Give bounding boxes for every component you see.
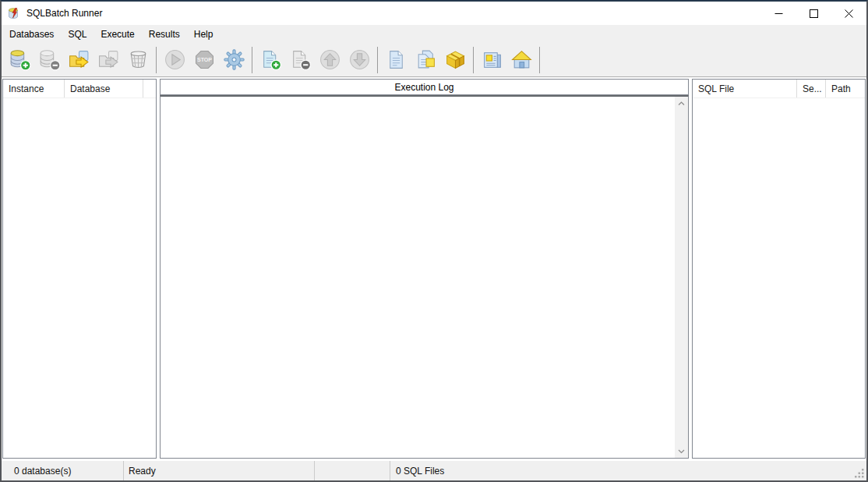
stop-button[interactable]: STOP: [189, 45, 219, 75]
view-sql-file-icon: [385, 48, 408, 71]
column-header-filler: [143, 80, 156, 97]
column-header-sql-file[interactable]: SQL File: [693, 80, 797, 97]
databases-header-row: Instance Database: [3, 80, 156, 98]
move-up-button[interactable]: [315, 45, 344, 75]
sql-files-list: [693, 98, 865, 458]
move-up-icon: [319, 48, 341, 71]
add-database-button[interactable]: [5, 45, 34, 75]
databases-list: [3, 98, 156, 458]
scroll-down-button[interactable]: [675, 445, 688, 458]
copy-sql-files-button[interactable]: [411, 45, 440, 75]
toolbar-separator: [377, 47, 378, 73]
chevron-down-icon: [678, 449, 685, 454]
copy-sql-files-icon: [415, 48, 437, 71]
add-sql-file-icon: [259, 48, 282, 71]
remove-sql-file-button[interactable]: [285, 45, 315, 75]
package-scripts-button[interactable]: [440, 45, 470, 75]
toolbar-separator: [539, 47, 540, 73]
sql-files-panel: SQL File Se... Path: [692, 79, 866, 459]
close-button[interactable]: [831, 2, 866, 25]
databases-panel: Instance Database: [2, 79, 157, 459]
minimize-button[interactable]: [761, 2, 796, 25]
chevron-up-icon: [678, 101, 685, 106]
toolbar-separator: [156, 47, 157, 73]
close-icon: [845, 9, 853, 18]
results-report-icon: [481, 48, 503, 71]
move-down-button[interactable]: [344, 45, 374, 75]
import-databases-icon: [68, 48, 90, 71]
svg-text:STOP: STOP: [196, 57, 211, 62]
menu-databases[interactable]: Databases: [2, 26, 61, 43]
remove-sql-file-icon: [289, 48, 312, 71]
delete-databases-icon: [127, 48, 150, 71]
execution-log-panel: Execution Log: [160, 79, 689, 459]
toolbar: STOP: [2, 43, 866, 77]
execution-log-scrollbar[interactable]: [675, 97, 688, 458]
settings-button[interactable]: [219, 45, 249, 75]
status-bar: 0 database(s) Ready 0 SQL Files: [2, 461, 866, 480]
stop-icon: STOP: [193, 48, 216, 71]
delete-databases-button[interactable]: [123, 45, 153, 75]
column-header-sequence[interactable]: Se...: [797, 80, 826, 97]
app-window: SQLBatch Runner Databases SQL Execute Re…: [0, 0, 868, 482]
maximize-icon: [810, 9, 818, 18]
run-icon: [164, 48, 186, 71]
menu-bar: Databases SQL Execute Results Help: [2, 25, 866, 43]
remove-database-icon: [38, 48, 61, 71]
menu-execute[interactable]: Execute: [94, 26, 141, 43]
minimize-icon: [774, 9, 783, 18]
export-databases-button[interactable]: [94, 45, 123, 75]
export-databases-icon: [97, 48, 120, 71]
toolbar-separator: [252, 47, 252, 73]
menu-sql[interactable]: SQL: [61, 26, 94, 43]
execution-log-content: [160, 95, 689, 459]
column-header-database[interactable]: Database: [65, 80, 143, 97]
run-button[interactable]: [160, 45, 189, 75]
column-header-instance[interactable]: Instance: [3, 80, 65, 97]
status-ready: Ready: [124, 461, 315, 480]
status-database-count: 0 database(s): [2, 461, 124, 480]
window-title: SQLBatch Runner: [26, 8, 102, 19]
home-icon: [510, 48, 533, 71]
resize-grip[interactable]: [855, 469, 865, 479]
move-down-icon: [348, 48, 371, 71]
main-area: Instance Database Execution Log: [2, 77, 866, 461]
status-sql-file-count: 0 SQL Files: [390, 461, 866, 480]
status-empty-section: [315, 461, 390, 480]
view-sql-file-button[interactable]: [381, 45, 411, 75]
remove-database-button[interactable]: [34, 45, 64, 75]
import-databases-button[interactable]: [64, 45, 94, 75]
column-header-path[interactable]: Path: [826, 80, 865, 97]
scroll-up-button[interactable]: [675, 97, 688, 110]
results-report-button[interactable]: [477, 45, 506, 75]
home-button[interactable]: [506, 45, 536, 75]
menu-help[interactable]: Help: [187, 26, 221, 43]
app-icon: [8, 7, 20, 19]
maximize-button[interactable]: [796, 2, 831, 25]
settings-gear-icon: [223, 48, 245, 71]
package-scripts-icon: [444, 48, 467, 71]
title-bar: SQLBatch Runner: [2, 2, 866, 25]
menu-results[interactable]: Results: [142, 26, 187, 43]
add-sql-file-button[interactable]: [256, 45, 285, 75]
toolbar-separator: [473, 47, 474, 73]
execution-log-header: Execution Log: [160, 79, 689, 95]
sql-files-header-row: SQL File Se... Path: [693, 80, 865, 98]
add-database-icon: [9, 48, 31, 71]
